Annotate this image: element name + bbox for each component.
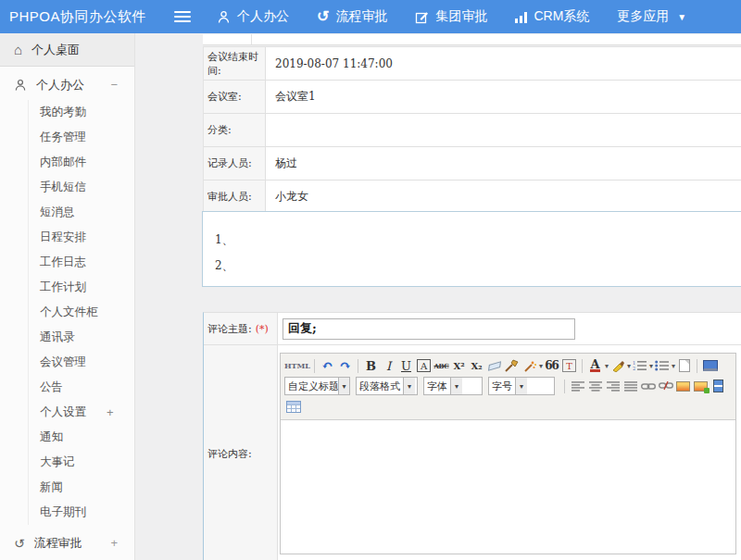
- remove-link-button[interactable]: [657, 378, 674, 395]
- table-row: 分类:: [203, 114, 741, 147]
- field-value: 2019-08-07 11:47:00: [266, 47, 741, 80]
- caret-down-icon: ▾: [338, 378, 349, 394]
- underline-button[interactable]: U: [397, 357, 415, 375]
- insert-link-button[interactable]: [639, 378, 657, 395]
- paragraph-format-select[interactable]: 段落格式 ▾: [356, 377, 418, 395]
- superscript-button[interactable]: X²: [450, 357, 468, 375]
- collapse-toggle[interactable]: −: [110, 78, 118, 92]
- field-value: 杨过: [266, 147, 741, 180]
- toolbar-separator: [564, 380, 565, 393]
- sidebar-item-contacts[interactable]: 通讯录: [29, 325, 134, 350]
- fullscreen-button[interactable]: [701, 357, 719, 375]
- caret-down-icon: ▾: [450, 378, 462, 394]
- sidebar-item-sms[interactable]: 手机短信: [29, 175, 134, 200]
- sidebar-item-label: 工作日志: [40, 255, 86, 270]
- sidebar-item-tasks[interactable]: 任务管理: [29, 125, 134, 150]
- bold-button[interactable]: B: [362, 357, 380, 375]
- redo-button[interactable]: ↷: [336, 357, 354, 375]
- sidebar-item-work-log[interactable]: 工作日志: [29, 250, 134, 275]
- sidebar-item-file-cabinet[interactable]: 个人文件柜: [29, 300, 134, 325]
- field-label: 审批人员:: [204, 180, 266, 213]
- workflow-icon: ↺: [14, 537, 25, 550]
- sidebar-item-attendance[interactable]: 我的考勤: [29, 100, 134, 125]
- sidebar-item-label: 电子期刊: [40, 504, 86, 520]
- highlight-button[interactable]: [609, 357, 626, 375]
- nav-more-apps[interactable]: 更多应用 ▼: [617, 8, 686, 25]
- nav-label: 流程审批: [335, 8, 387, 25]
- field-value: [266, 114, 741, 146]
- insert-table-button[interactable]: [284, 398, 302, 416]
- align-left-button[interactable]: [569, 378, 586, 395]
- sidebar-item-e-journal[interactable]: 电子期刊: [29, 500, 134, 525]
- content-line: 2、: [215, 253, 741, 279]
- insert-media-button[interactable]: [710, 378, 727, 395]
- format-painter-button[interactable]: [503, 357, 521, 375]
- sidebar-group-workflow-approval[interactable]: ↺ 流程审批 +: [0, 528, 134, 558]
- font-color-button[interactable]: A: [586, 357, 604, 375]
- nav-workflow-approval[interactable]: ↺ 流程审批: [317, 8, 387, 25]
- insert-special-button[interactable]: [521, 357, 538, 375]
- paste-plain-text-button[interactable]: T: [560, 357, 578, 375]
- sidebar-item-label: 短消息: [40, 205, 75, 220]
- upload-image-button[interactable]: [692, 378, 710, 395]
- sidebar-group-personal-office[interactable]: 个人办公 −: [0, 69, 134, 100]
- toolbar-separator: [582, 359, 583, 373]
- undo-button[interactable]: ↶: [319, 357, 336, 375]
- font-family-select[interactable]: 字体 ▾: [423, 377, 483, 395]
- sidebar-item-desktop[interactable]: ⌂ 个人桌面: [0, 33, 134, 67]
- nav-crm-system[interactable]: CRM系统: [515, 8, 589, 25]
- subscript-button[interactable]: X₂: [468, 357, 485, 375]
- remove-format-button[interactable]: [485, 357, 503, 375]
- nav-label: 集团审批: [435, 8, 487, 25]
- italic-button[interactable]: I: [380, 357, 397, 375]
- strikethrough-button[interactable]: ABC: [433, 357, 450, 375]
- blockquote-button[interactable]: 66: [543, 357, 560, 375]
- nav-label: CRM系统: [534, 8, 589, 25]
- insert-image-button[interactable]: [674, 378, 692, 395]
- ordered-list-button[interactable]: 12: [631, 357, 648, 375]
- unordered-list-button[interactable]: [653, 357, 671, 375]
- expand-toggle[interactable]: +: [110, 536, 118, 550]
- menu-toggle-icon[interactable]: [174, 11, 191, 22]
- sidebar-item-announcements[interactable]: 公告: [29, 375, 134, 400]
- caret-down-icon: ▾: [515, 378, 527, 394]
- editor-content-area[interactable]: [281, 420, 735, 554]
- font-style-button[interactable]: A: [415, 357, 433, 375]
- sidebar-item-meetings[interactable]: 会议管理: [29, 350, 134, 375]
- comment-subject-label: 评论主题:: [207, 322, 252, 336]
- expand-toggle[interactable]: +: [107, 405, 114, 419]
- sidebar-item-work-plan[interactable]: 工作计划: [29, 275, 134, 300]
- heading-select[interactable]: 自定义标题 ▾: [284, 377, 350, 395]
- font-size-select[interactable]: 字号 ▾: [488, 377, 555, 395]
- html-source-button[interactable]: HTML: [284, 357, 310, 375]
- sidebar: ⌂ 个人桌面 个人办公 − 我的考勤 任务管理 内部邮件 手机短信 短消息 日程…: [0, 33, 135, 560]
- media-icon: [713, 380, 723, 392]
- font-color-icon: A: [590, 359, 599, 372]
- sidebar-item-label: 个人文件柜: [40, 305, 98, 320]
- toolbar-row-1: HTML ↶ ↷ B I U A ABC X² X₂: [284, 355, 732, 376]
- workflow-icon: ↺: [317, 10, 329, 23]
- sidebar-item-schedule[interactable]: 日程安排: [29, 225, 134, 250]
- new-page-button[interactable]: [675, 357, 693, 375]
- select-value: 字号: [489, 380, 515, 393]
- nav-group-approval[interactable]: 集团审批: [415, 8, 487, 25]
- user-icon: [217, 10, 231, 24]
- sidebar-item-short-message[interactable]: 短消息: [29, 200, 134, 225]
- align-right-button[interactable]: [604, 378, 622, 395]
- sidebar-item-notifications[interactable]: 通知: [29, 425, 134, 450]
- sidebar-item-news[interactable]: 新闻: [29, 475, 134, 500]
- nav-personal-office[interactable]: 个人办公: [217, 8, 289, 25]
- sidebar-item-personal-settings[interactable]: 个人设置 +: [29, 400, 134, 425]
- caret-down-icon: ▼: [677, 12, 686, 22]
- eraser-icon: [487, 361, 500, 370]
- align-center-button[interactable]: [586, 378, 604, 395]
- sidebar-item-internal-mail[interactable]: 内部邮件: [29, 150, 134, 175]
- sidebar-item-label: 通知: [40, 429, 63, 445]
- content-line: 1、: [215, 227, 741, 253]
- table-row: 记录人员: 杨过: [203, 147, 741, 180]
- monitor-icon: [703, 360, 718, 371]
- link-icon: [641, 382, 656, 391]
- justify-button[interactable]: [622, 378, 639, 395]
- comment-subject-input[interactable]: [283, 318, 575, 340]
- sidebar-item-events[interactable]: 大事记: [29, 450, 134, 475]
